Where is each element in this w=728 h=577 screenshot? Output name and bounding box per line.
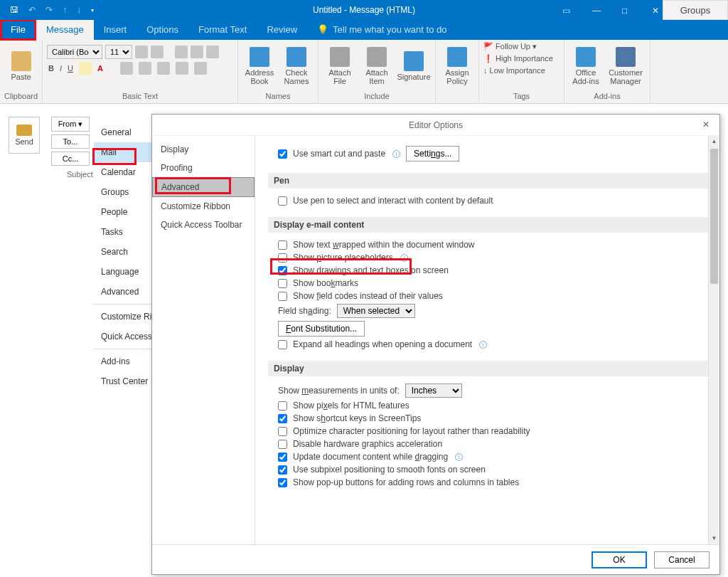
info-icon[interactable]: i (392, 150, 400, 158)
groups-side-tab[interactable]: Groups (663, 0, 728, 20)
customer-manager-button[interactable]: Customer Manager (606, 47, 646, 85)
follow-up-button[interactable]: 🚩 Follow Up ▾ (483, 42, 537, 51)
cc-button[interactable]: Cc... (51, 152, 90, 166)
info-icon[interactable]: i (479, 341, 487, 349)
opt-advanced[interactable]: Advanced (94, 282, 151, 302)
chk-shortcut-keys[interactable] (278, 414, 287, 423)
tell-me[interactable]: 💡 Tell me what you want to do (307, 20, 456, 40)
tab-message[interactable]: Message (36, 20, 94, 40)
scrollbar[interactable]: ▲ ▼ (708, 136, 719, 544)
office-addins-button[interactable]: Office Add-ins (569, 47, 603, 85)
cancel-button[interactable]: Cancel (654, 551, 710, 568)
ribbon-options-icon[interactable]: ▭ (562, 6, 571, 14)
close-icon[interactable]: ✕ (652, 6, 660, 14)
underline-button[interactable]: U (68, 64, 73, 73)
chk-drawings[interactable] (278, 266, 287, 275)
nav-advanced[interactable]: Advanced (152, 177, 255, 197)
font-family-select[interactable]: Calibri (Boc (47, 45, 102, 59)
chk-update-dragging[interactable] (278, 452, 287, 462)
chk-popup-buttons[interactable] (278, 478, 287, 487)
chk-expand-headings[interactable] (278, 340, 287, 349)
font-substitution-button[interactable]: Font Substitution... (278, 321, 365, 337)
opt-language[interactable]: Language (94, 262, 151, 282)
align-center-icon[interactable] (139, 62, 151, 75)
chk-pixels-html[interactable] (278, 401, 287, 411)
to-button[interactable]: To... (51, 134, 90, 149)
paste-button[interactable]: Paste (4, 51, 38, 81)
address-book-button[interactable]: Address Book (242, 47, 277, 85)
settings-button[interactable]: Settings... (406, 146, 459, 162)
chk-subpixel[interactable] (278, 465, 287, 475)
scroll-up-icon[interactable]: ▲ (709, 136, 719, 147)
send-button[interactable]: Send (9, 117, 40, 154)
scroll-down-icon[interactable]: ▼ (709, 533, 719, 544)
chk-optimize-positioning[interactable] (278, 427, 287, 436)
tab-review[interactable]: Review (257, 20, 307, 40)
minimize-icon[interactable]: — (592, 6, 601, 14)
measurements-select[interactable]: Inches (405, 383, 462, 398)
redo-icon[interactable]: ↷ (46, 5, 53, 15)
chk-picture-placeholders[interactable] (278, 253, 287, 263)
info-icon[interactable]: i (400, 254, 408, 262)
nav-display[interactable]: Display (152, 140, 255, 159)
scroll-thumb[interactable] (710, 149, 718, 284)
opt-general[interactable]: General (94, 122, 151, 142)
align-left-icon[interactable] (120, 62, 133, 75)
opt-addins[interactable]: Add-ins (94, 351, 151, 371)
font-color-button[interactable]: A (97, 64, 103, 73)
tab-format-text[interactable]: Format Text (188, 20, 257, 40)
chk-field-codes[interactable] (278, 292, 287, 301)
signature-button[interactable]: Signature (397, 51, 431, 81)
nav-quick-access[interactable]: Quick Access Toolbar (152, 216, 255, 234)
from-button[interactable]: From ▾ (51, 117, 90, 132)
qat-down-icon[interactable]: ↓ (77, 5, 81, 15)
save-icon[interactable]: 🖫 (10, 5, 18, 15)
indent2-icon[interactable] (194, 62, 207, 75)
qat-dropdown-icon[interactable]: ▾ (91, 7, 94, 14)
maximize-icon[interactable]: □ (622, 6, 631, 14)
opt-mail[interactable]: Mail (94, 142, 151, 162)
tab-options[interactable]: Options (136, 20, 188, 40)
info-icon[interactable]: i (455, 453, 463, 461)
bullets-icon[interactable] (175, 46, 188, 58)
nav-proofing[interactable]: Proofing (152, 159, 255, 177)
opt-trust-center[interactable]: Trust Center (94, 371, 151, 391)
opt-calendar[interactable]: Calendar (94, 162, 151, 182)
opt-search[interactable]: Search (94, 242, 151, 262)
numbering-icon[interactable] (191, 46, 203, 58)
check-names-button[interactable]: Check Names (279, 47, 314, 85)
dialog-close-button[interactable]: ✕ (702, 120, 714, 131)
chk-wrap[interactable] (278, 240, 287, 250)
high-importance-button[interactable]: ❗ High Importance (483, 54, 553, 63)
align-right-icon[interactable] (157, 62, 170, 75)
indent-icon[interactable] (176, 62, 188, 75)
opt-tasks[interactable]: Tasks (94, 222, 151, 242)
ok-button[interactable]: OK (592, 551, 647, 568)
attach-file-button[interactable]: Attach File (323, 47, 357, 85)
opt-quick-access[interactable]: Quick Access Toolbar (94, 327, 151, 346)
chk-pen[interactable] (278, 196, 287, 206)
undo-icon[interactable]: ↶ (28, 5, 36, 15)
chk-bookmarks[interactable] (278, 279, 287, 288)
opt-customize-ribbon[interactable]: Customize Ribbon (94, 307, 151, 327)
bold-button[interactable]: B (48, 64, 54, 73)
low-importance-button[interactable]: ↓ Low Importance (483, 66, 545, 75)
group-names: Names (242, 90, 314, 103)
shrink-font-icon[interactable] (151, 46, 164, 58)
chk-disable-hw-accel[interactable] (278, 440, 287, 449)
font-size-select[interactable]: 11 (105, 45, 132, 59)
italic-button[interactable]: I (60, 64, 62, 73)
qat-up-icon[interactable]: ↑ (63, 5, 67, 15)
field-shading-select[interactable]: When selected (337, 304, 415, 318)
opt-people[interactable]: People (94, 202, 151, 222)
chk-smart-cut-paste[interactable] (278, 149, 287, 159)
grow-font-icon[interactable] (135, 46, 148, 58)
opt-groups[interactable]: Groups (94, 182, 151, 202)
assign-policy-button[interactable]: Assign Policy (440, 47, 474, 85)
highlight-icon[interactable] (79, 62, 92, 75)
tab-file[interactable]: File (0, 19, 36, 41)
tab-insert[interactable]: Insert (94, 20, 137, 40)
outdent-icon[interactable] (206, 46, 219, 58)
attach-item-button[interactable]: Attach Item (360, 47, 394, 85)
nav-customize-ribbon[interactable]: Customize Ribbon (152, 197, 255, 216)
